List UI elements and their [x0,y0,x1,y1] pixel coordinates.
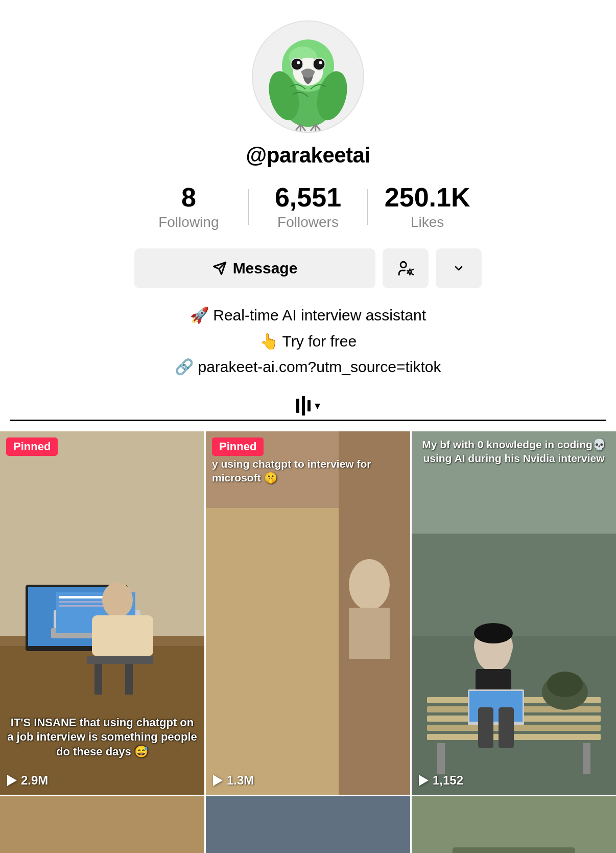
video-caption-3: My bf with 0 knowledge in coding💀 using … [418,437,610,466]
svg-rect-59 [469,691,523,722]
svg-point-21 [400,262,406,267]
bar-1 [296,399,299,413]
follow-settings-button[interactable] [383,248,429,288]
followers-label: Followers [277,214,339,230]
play-icon-1 [7,775,17,786]
bio-section: 🚀 Real-time AI interview assistant 👆 Try… [159,304,456,376]
svg-rect-35 [92,615,153,656]
svg-rect-52 [437,743,445,774]
svg-rect-70 [453,847,575,853]
chevron-down-icon [453,262,465,274]
bio-line-1: 🚀 Real-time AI interview assistant [175,304,441,327]
stat-followers[interactable]: 6,551 Followers [249,183,368,230]
svg-point-34 [102,582,133,618]
svg-rect-64 [0,796,204,853]
svg-rect-53 [583,743,590,774]
following-count: 8 [181,183,196,212]
svg-rect-40 [206,508,339,795]
svg-rect-33 [59,605,110,607]
person-settings-icon [397,260,414,277]
profile-header: @parakeetai 8 Following 6,551 Followers … [0,0,616,431]
stat-likes[interactable]: 250.1K Likes [368,183,487,230]
video-item-1[interactable]: Pinned IT'S INSANE that using chatgpt on… [0,431,204,795]
following-label: Following [158,214,219,230]
bio-link[interactable]: 🔗 parakeet-ai.com?utm_source=tiktok [175,358,441,376]
video-item-5[interactable] [206,796,410,853]
svg-point-42 [349,559,390,610]
svg-point-8 [293,60,301,68]
likes-count: 250.1K [385,183,470,212]
video-caption-1: IT'S INSANE that using chatgpt on a job … [6,716,198,759]
svg-rect-36 [87,656,153,664]
stat-following[interactable]: 8 Following [129,183,248,230]
more-options-button[interactable] [436,248,482,288]
pinned-badge-2: Pinned [212,437,264,456]
video-item-3[interactable]: My bf with 0 knowledge in coding💀 using … [412,431,616,795]
video-caption-2: y using chatgpt to interview for microso… [212,457,404,485]
svg-rect-31 [59,596,105,598]
svg-point-9 [297,61,300,64]
video-item-2[interactable]: Pinned y using chatgpt to interview for … [206,431,410,795]
svg-rect-69 [412,796,616,853]
svg-point-11 [315,60,323,68]
bar-2 [302,396,305,416]
play-count-1: 2.9M [7,773,48,788]
username: @parakeetai [246,143,370,168]
send-icon [212,261,227,275]
play-icon-2 [213,775,223,786]
likes-label: Likes [411,214,444,230]
svg-rect-37 [94,664,102,695]
tab-grid[interactable] [296,396,311,416]
svg-point-55 [547,672,583,697]
svg-rect-60 [478,707,493,748]
video-grid: Pinned IT'S INSANE that using chatgpt on… [0,431,616,853]
svg-rect-43 [349,608,390,659]
video-item-4[interactable] [0,796,204,853]
svg-point-63 [474,623,513,643]
play-count-3: 1,152 [419,773,463,788]
svg-rect-38 [125,664,133,695]
play-icon-3 [419,775,429,786]
bar-3 [307,400,311,411]
link-icon: 🔗 [175,358,194,376]
stats-row: 8 Following 6,551 Followers 250.1K Likes [129,183,487,230]
pinned-badge-1: Pinned [6,437,58,456]
svg-point-12 [319,61,322,64]
action-buttons: Message [134,248,482,288]
message-button[interactable]: Message [134,248,375,288]
tab-bar: ▾ [10,386,606,421]
bio-line-2: 👆 Try for free [175,330,441,353]
svg-rect-67 [206,796,410,853]
avatar[interactable] [252,20,364,133]
followers-count: 6,551 [275,183,341,212]
play-count-2: 1.3M [213,773,254,788]
tab-chevron-icon[interactable]: ▾ [315,399,320,412]
svg-rect-61 [499,707,514,748]
video-item-6[interactable] [412,796,616,853]
link-url: parakeet-ai.com?utm_source=tiktok [198,358,441,376]
